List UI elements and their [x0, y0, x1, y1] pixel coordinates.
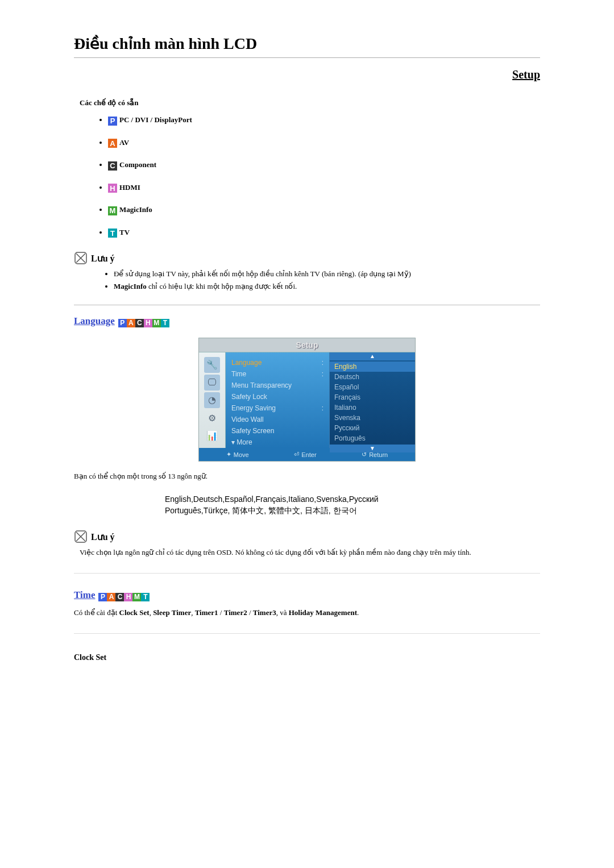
badge-h: H — [144, 319, 152, 327]
osd-sidebar-icon-wrench[interactable]: 🔧 — [204, 357, 220, 373]
mode-icon-p: P — [108, 117, 117, 126]
osd-enter-hint: ⏎Enter — [294, 451, 316, 458]
note1-bold: MagicInfo — [114, 282, 147, 290]
osd-menu-item[interactable]: ▾ More — [231, 437, 323, 448]
note-row: Lưu ý — [74, 530, 540, 543]
note-icon — [74, 251, 88, 265]
osd-option[interactable]: Português — [334, 433, 410, 443]
language-line1: English,Deutsch,Español,Français,Italian… — [165, 493, 540, 505]
badge-row: PACHMT — [118, 317, 169, 327]
osd-sidebar-icon-gear[interactable]: ⚙ — [204, 410, 220, 426]
osd-sidebar-icon-clock[interactable]: ◔ — [204, 392, 220, 408]
bold: Timer1 — [195, 608, 218, 617]
clock-set-title: Clock Set — [74, 653, 540, 662]
note-title: Lưu ý — [91, 253, 115, 264]
badge-row: PACHMT — [98, 591, 150, 601]
badge-c: C — [115, 593, 124, 601]
osd-sidebar-icon-graph[interactable]: 📊 — [204, 427, 220, 443]
page: Điều chỉnh màn hình LCD Setup Các chế độ… — [74, 0, 540, 685]
badge-p: P — [118, 319, 127, 327]
page-title: Điều chỉnh màn hình LCD — [74, 34, 540, 58]
mode-label: MagicInfo — [119, 205, 152, 214]
note1-item: MagicInfo chỉ có hiệu lực khi một hộp mạ… — [114, 282, 540, 291]
time-description: Có thể cài đặt Clock Set, Sleep Timer, T… — [74, 608, 540, 617]
mode-item: MMagicInfo — [108, 205, 540, 215]
mode-label: Component — [119, 160, 156, 169]
bold: Timer2 — [224, 608, 247, 617]
bold: Clock Set — [119, 608, 150, 617]
language-line2: Português,Türkçe, 简体中文, 繁體中文, 日本語, 한국어 — [165, 505, 540, 516]
move-icon: ✦ — [226, 451, 231, 458]
setup-link[interactable]: Setup — [74, 68, 540, 81]
osd-panel: Setup 🔧 🖵 ◔ ⚙ 📊 Language:Time:Menu Trans… — [198, 338, 416, 462]
language-description: Bạn có thể chọn một trong số 13 ngôn ngữ… — [74, 472, 540, 481]
osd-option[interactable]: Русский — [334, 423, 410, 433]
text: / — [247, 608, 253, 617]
scroll-down-icon[interactable]: ▼ — [330, 445, 415, 452]
mode-item: CComponent — [108, 160, 540, 171]
osd-menu-item[interactable]: Video Wall — [231, 414, 323, 425]
text: . — [357, 608, 359, 617]
note1-item: Để sử dụng loại TV này, phải kết nối một… — [114, 269, 540, 279]
osd-sidebar: 🔧 🖵 ◔ ⚙ 📊 — [199, 352, 226, 448]
text: / — [218, 608, 224, 617]
language-note: Việc chọn lựa ngôn ngữ chỉ có tác dụng t… — [80, 548, 540, 557]
osd-menu-item[interactable]: Safety Screen — [231, 425, 323, 437]
osd-title: Setup — [199, 338, 415, 352]
scroll-up-icon[interactable]: ▲ — [330, 352, 415, 360]
modes-section: Các chế độ có sẵn PPC / DVI / DisplayPor… — [74, 98, 540, 238]
mode-icon-m: M — [108, 206, 117, 215]
badge-a: A — [107, 593, 115, 601]
language-title: Language — [74, 315, 115, 327]
mode-icon-a: A — [108, 139, 117, 148]
badge-h: H — [124, 593, 132, 601]
mode-label: TV — [119, 228, 130, 236]
time-title: Time — [74, 589, 95, 601]
bold: Timer3 — [253, 608, 276, 617]
bold: Holiday Management — [289, 608, 357, 617]
badge-c: C — [135, 319, 144, 327]
badge-m: M — [132, 593, 141, 601]
language-list: English,Deutsch,Español,Français,Italian… — [165, 493, 540, 516]
badge-p: P — [98, 593, 107, 601]
note1-text: chỉ có hiệu lực khi một hộp mạng được kế… — [148, 282, 297, 290]
osd-menu-item[interactable]: Energy Saving: — [231, 402, 323, 414]
badge-t: T — [141, 593, 150, 601]
osd-menu-item[interactable]: Safety Lock — [231, 391, 323, 402]
mode-item: HHDMI — [108, 183, 540, 193]
badge-m: M — [152, 319, 161, 327]
osd-move-label: Move — [234, 451, 249, 458]
note1-list: Để sử dụng loại TV này, phải kết nối một… — [74, 269, 540, 291]
osd-option[interactable]: Español — [334, 382, 410, 392]
mode-icon-t: T — [108, 229, 117, 238]
osd-menu-item[interactable]: Language: — [231, 357, 323, 368]
modes-list: PPC / DVI / DisplayPortAAVCComponentHHDM… — [74, 115, 540, 238]
badge-a: A — [127, 319, 135, 327]
note-title: Lưu ý — [91, 531, 115, 542]
osd-menu: Language:Time:Menu TransparencySafety Lo… — [226, 352, 329, 448]
osd-option-list: EnglishDeutschEspañolFrançaisItalianoSve… — [330, 360, 415, 445]
osd-option[interactable]: Svenska — [334, 413, 410, 423]
mode-label: AV — [119, 138, 129, 147]
osd-menu-item[interactable]: Time: — [231, 368, 323, 380]
mode-label: PC / DVI / DisplayPort — [119, 115, 192, 124]
modes-title: Các chế độ có sẵn — [80, 98, 540, 107]
badge-t: T — [161, 319, 169, 327]
osd-option[interactable]: Français — [334, 392, 410, 402]
osd-option[interactable]: Italiano — [334, 402, 410, 413]
text: Có thể cài đặt — [74, 608, 119, 617]
osd-menu-item[interactable]: Menu Transparency — [231, 380, 323, 391]
note-row: Lưu ý — [74, 251, 540, 265]
osd-sidebar-icon-monitor[interactable]: 🖵 — [204, 375, 220, 391]
divider — [74, 633, 540, 634]
mode-label: HDMI — [119, 183, 140, 192]
divider — [74, 573, 540, 574]
mode-item: AAV — [108, 138, 540, 148]
osd-body: 🔧 🖵 ◔ ⚙ 📊 Language:Time:Menu Transparenc… — [199, 352, 415, 448]
osd-option[interactable]: English — [330, 362, 415, 372]
note-icon — [74, 530, 88, 543]
mode-item: TTV — [108, 228, 540, 238]
language-section: Language PACHMT Setup 🔧 🖵 ◔ ⚙ 📊 Language… — [74, 305, 540, 557]
osd-options: ▲ EnglishDeutschEspañolFrançaisItalianoS… — [329, 352, 415, 448]
osd-option[interactable]: Deutsch — [334, 372, 410, 382]
